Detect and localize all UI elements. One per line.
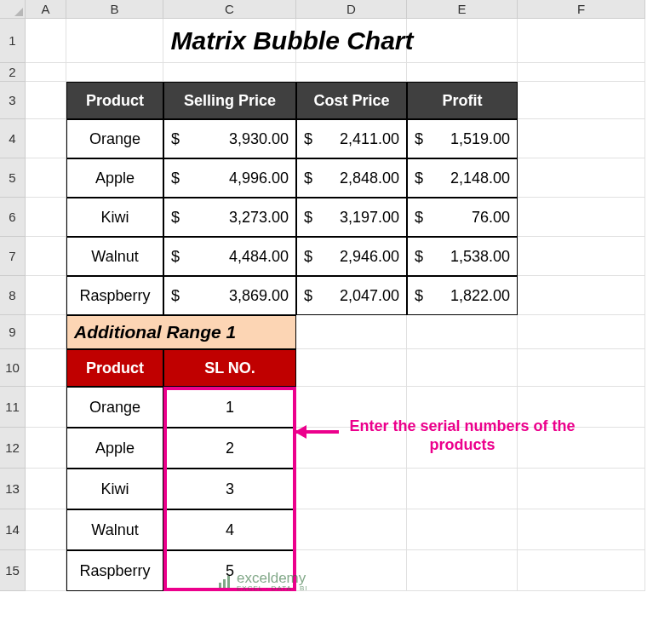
row-header-8[interactable]: 8 [0,276,26,315]
t2-product[interactable]: Apple [66,428,163,469]
cell[interactable] [518,315,645,349]
row-header-13[interactable]: 13 [0,469,26,509]
t2-product[interactable]: Kiwi [66,469,163,509]
cell[interactable] [407,509,518,550]
cell[interactable] [26,428,66,469]
row-header-10[interactable]: 10 [0,349,26,387]
t1-selling[interactable]: $4,996.00 [163,158,296,198]
cell[interactable] [518,198,645,237]
t1-product[interactable]: Orange [66,119,163,158]
cell[interactable] [26,349,66,387]
cell[interactable] [66,63,163,82]
t1-product[interactable]: Apple [66,158,163,198]
col-header-E[interactable]: E [407,0,518,19]
cell[interactable] [26,198,66,237]
cell[interactable] [26,63,66,82]
cell[interactable] [296,550,407,591]
row-header-9[interactable]: 9 [0,315,26,349]
t1-cost[interactable]: $2,047.00 [296,276,407,315]
cell[interactable] [407,550,518,591]
t1-selling[interactable]: $4,484.00 [163,237,296,276]
cell[interactable] [26,469,66,509]
t1-cost[interactable]: $2,411.00 [296,119,407,158]
cell[interactable] [26,119,66,158]
t1-profit[interactable]: $1,519.00 [407,119,518,158]
t1-profit[interactable]: $76.00 [407,198,518,237]
row-header-12[interactable]: 12 [0,428,26,469]
t2-slno[interactable]: 2 [163,428,296,469]
cell[interactable] [26,315,66,349]
cell[interactable] [26,158,66,198]
cell[interactable] [163,19,296,63]
col-header-C[interactable]: C [163,0,296,19]
row-header-3[interactable]: 3 [0,82,26,119]
row-header-2[interactable]: 2 [0,63,26,82]
t1-header-cost[interactable]: Cost Price [296,82,407,119]
t1-cost[interactable]: $2,946.00 [296,237,407,276]
cell[interactable] [26,276,66,315]
t1-header-product[interactable]: Product [66,82,163,119]
row-header-6[interactable]: 6 [0,198,26,237]
row-header-14[interactable]: 14 [0,509,26,550]
t2-slno[interactable]: 1 [163,387,296,428]
cell[interactable] [518,237,645,276]
t1-selling[interactable]: $3,273.00 [163,198,296,237]
cell[interactable] [407,349,518,387]
row-header-11[interactable]: 11 [0,387,26,428]
cell[interactable] [26,550,66,591]
cell[interactable] [518,276,645,315]
t1-header-profit[interactable]: Profit [407,82,518,119]
row-header-1[interactable]: 1 [0,19,26,63]
row-header-7[interactable]: 7 [0,237,26,276]
cell[interactable] [407,315,518,349]
cell[interactable] [296,315,407,349]
t2-slno[interactable]: 3 [163,469,296,509]
cell[interactable] [407,19,518,63]
cell[interactable] [296,509,407,550]
t1-selling[interactable]: $3,869.00 [163,276,296,315]
t2-product[interactable]: Walnut [66,509,163,550]
cell[interactable] [518,469,645,509]
cell[interactable] [518,119,645,158]
row-header-15[interactable]: 15 [0,550,26,591]
cell[interactable] [26,387,66,428]
t2-header-product[interactable]: Product [66,349,163,387]
row-header-4[interactable]: 4 [0,119,26,158]
cell[interactable] [518,63,645,82]
row-header-5[interactable]: 5 [0,158,26,198]
cell[interactable] [66,19,163,63]
cell[interactable] [296,63,407,82]
t1-product[interactable]: Walnut [66,237,163,276]
cell[interactable] [518,509,645,550]
t1-selling[interactable]: $3,930.00 [163,119,296,158]
cell[interactable] [296,349,407,387]
col-header-A[interactable]: A [26,0,66,19]
cell[interactable] [296,469,407,509]
col-header-F[interactable]: F [518,0,645,19]
t1-cost[interactable]: $2,848.00 [296,158,407,198]
cell[interactable] [26,82,66,119]
t2-header-slno[interactable]: SL NO. [163,349,296,387]
cell[interactable] [26,237,66,276]
cell[interactable] [26,19,66,63]
cell[interactable] [407,469,518,509]
t1-profit[interactable]: $1,822.00 [407,276,518,315]
cell[interactable] [518,19,645,63]
cell[interactable] [518,158,645,198]
t1-profit[interactable]: $1,538.00 [407,237,518,276]
t2-product[interactable]: Raspberry [66,550,163,591]
t1-header-selling[interactable]: Selling Price [163,82,296,119]
col-header-D[interactable]: D [296,0,407,19]
cell[interactable] [518,349,645,387]
t1-cost[interactable]: $3,197.00 [296,198,407,237]
t1-product[interactable]: Kiwi [66,198,163,237]
cell[interactable] [518,550,645,591]
cell[interactable] [518,82,645,119]
cell[interactable] [407,63,518,82]
t1-profit[interactable]: $2,148.00 [407,158,518,198]
t2-slno[interactable]: 4 [163,509,296,550]
additional-range-title[interactable]: Additional Range 1 [66,315,296,349]
cell[interactable] [296,19,407,63]
cell[interactable] [26,509,66,550]
t1-product[interactable]: Raspberry [66,276,163,315]
